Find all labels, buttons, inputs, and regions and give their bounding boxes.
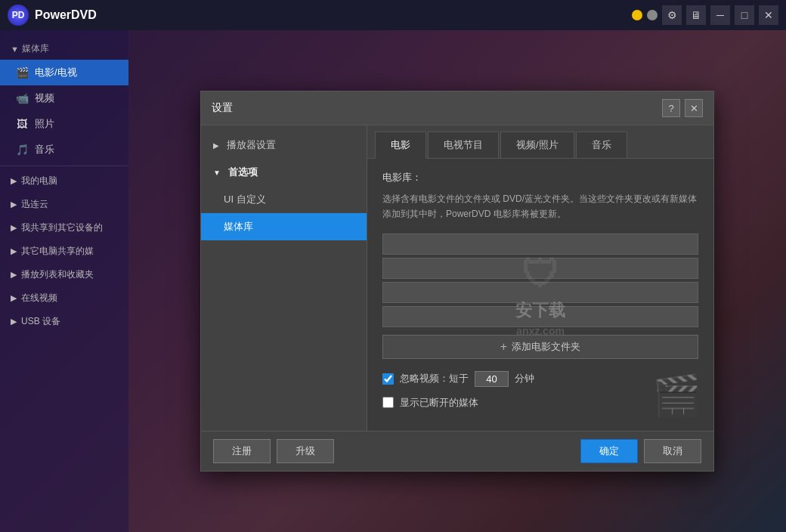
nav-preferences-label: 首选项	[228, 165, 258, 179]
sidebar-item-video-label: 视频	[35, 91, 54, 105]
sidebar-item-usb-label: USB 设备	[21, 315, 60, 328]
nav-item-preferences: ▼ 首选项	[201, 159, 367, 186]
nav-item-player-settings[interactable]: ▶ 播放器设置	[201, 131, 367, 159]
close-button[interactable]: ✕	[759, 5, 778, 25]
settings-button[interactable]: ⚙	[662, 5, 682, 25]
chevron-right-icon-4: ▶	[11, 246, 17, 256]
content-tabs: 电影 电视节目 视频/照片 音乐	[367, 125, 713, 159]
ignore-video-input[interactable]	[475, 371, 509, 387]
ignore-video-checkbox[interactable]	[382, 373, 394, 385]
tab-movie[interactable]: 电影	[375, 131, 426, 159]
ignore-video-row: 忽略视频：短于 分钟	[382, 371, 698, 387]
titlebar-controls: ⚙ 🖥 ─ □ ✕	[632, 5, 778, 25]
content-section-title: 电影库：	[382, 171, 698, 184]
sidebar: ▼ 媒体库 🎬 电影/电视 📹 视频 🖼 照片 🎵 音乐 ▶	[0, 30, 128, 532]
content-area: 🛡 安下载 anxz.com 电影库： 选择含有电影文件的文件夹或 DVD/蓝光…	[367, 159, 713, 430]
sidebar-item-movie[interactable]: 🎬 电影/电视	[0, 60, 128, 85]
add-folder-label: 添加电影文件夹	[512, 340, 580, 354]
photo-icon: 🖼	[15, 118, 29, 130]
music-icon: 🎵	[15, 144, 29, 156]
dialog-close-button[interactable]: ✕	[685, 99, 703, 117]
sidebar-item-shared-to-label: 我共享到其它设备的	[21, 221, 103, 234]
sidebar-item-music[interactable]: 🎵 音乐	[0, 137, 128, 162]
folder-item-3[interactable]	[382, 282, 698, 303]
sidebar-item-usb[interactable]: ▶ USB 设备	[0, 310, 128, 333]
sidebar-item-movie-label: 电影/电视	[35, 66, 77, 79]
upgrade-button[interactable]: 升级	[277, 439, 334, 463]
sidebar-divider	[0, 165, 128, 166]
sidebar-item-cloud[interactable]: ▶ 迅连云	[0, 193, 128, 216]
dialog-title: 设置	[212, 101, 233, 115]
show-disconnected-row: 显示已断开的媒体	[382, 396, 698, 410]
sidebar-item-cloud-label: 迅连云	[21, 198, 48, 211]
nav-player-settings-label: 播放器设置	[227, 138, 276, 152]
nav-item-ui-custom[interactable]: UI 自定义	[201, 186, 367, 213]
dialog-footer: 注册 升级 确定 取消	[201, 431, 713, 471]
title-bar: PD PowerDVD ⚙ 🖥 ─ □ ✕	[0, 0, 786, 30]
app-title: PowerDVD	[35, 8, 97, 22]
sidebar-item-photo-label: 照片	[35, 117, 54, 131]
sidebar-item-playlist-label: 播放列表和收藏夹	[21, 268, 94, 281]
add-folder-button[interactable]: + 添加电影文件夹	[382, 335, 698, 359]
app-body: ▼ 媒体库 🎬 电影/电视 📹 视频 🖼 照片 🎵 音乐 ▶	[0, 30, 786, 532]
footer-right: 确定 取消	[580, 439, 701, 463]
sidebar-section-media[interactable]: ▼ 媒体库	[0, 38, 128, 60]
app-logo: PD PowerDVD	[8, 5, 97, 26]
dialog-title-bar: 设置 ? ✕	[201, 91, 713, 125]
sidebar-item-shared-from-label: 其它电脑共享的媒	[21, 245, 94, 258]
logo-icon: PD	[8, 5, 29, 26]
modal-overlay: 设置 ? ✕ ▶ 播放器设置	[128, 30, 786, 532]
chevron-right-icon-7: ▶	[11, 317, 17, 326]
maximize-button[interactable]: □	[735, 5, 754, 25]
folder-item-2[interactable]	[382, 258, 698, 279]
folder-item-1[interactable]	[382, 234, 698, 255]
chevron-down-icon: ▼	[11, 45, 19, 54]
sidebar-item-mypc[interactable]: ▶ 我的电脑	[0, 169, 128, 193]
dialog-nav: ▶ 播放器设置 ▼ 首选项 UI 自定义 媒体库	[201, 125, 367, 430]
sidebar-item-online[interactable]: ▶ 在线视频	[0, 286, 128, 310]
sidebar-item-playlist[interactable]: ▶ 播放列表和收藏夹	[0, 263, 128, 286]
nav-media-library-label: 媒体库	[224, 220, 253, 234]
folder-list	[382, 234, 698, 327]
chevron-right-icon-5: ▶	[11, 270, 17, 280]
nav-item-media-library[interactable]: 媒体库	[201, 213, 367, 240]
monitor-button[interactable]: 🖥	[686, 5, 706, 25]
video-icon: 📹	[15, 92, 29, 104]
ok-button[interactable]: 确定	[580, 439, 638, 463]
ignore-video-unit: 分钟	[515, 372, 534, 385]
content-description: 选择含有电影文件的文件夹或 DVD/蓝光文件夹。当这些文件夹更改或有新媒体添加到…	[382, 192, 698, 221]
minimize-button[interactable]: ─	[710, 5, 730, 25]
sidebar-item-shared-from[interactable]: ▶ 其它电脑共享的媒	[0, 240, 128, 263]
sidebar-item-online-label: 在线视频	[21, 292, 57, 305]
ignore-video-label: 忽略视频：短于	[400, 372, 469, 385]
sidebar-item-photo[interactable]: 🖼 照片	[0, 111, 128, 137]
sidebar-item-music-label: 音乐	[35, 143, 54, 156]
status-dot-yellow	[632, 10, 642, 20]
tab-tv[interactable]: 电视节目	[428, 131, 499, 158]
sidebar-item-shared-to[interactable]: ▶ 我共享到其它设备的	[0, 216, 128, 240]
cancel-button[interactable]: 取消	[644, 439, 701, 463]
chevron-right-icon-6: ▶	[11, 293, 17, 303]
footer-left: 注册 升级	[213, 439, 334, 463]
dialog-body: ▶ 播放器设置 ▼ 首选项 UI 自定义 媒体库	[201, 125, 713, 430]
folder-item-4[interactable]	[382, 306, 698, 327]
tab-video-photo[interactable]: 视频/照片	[500, 131, 574, 158]
movie-icon: 🎬	[15, 66, 29, 79]
main-content: 设置 ? ✕ ▶ 播放器设置	[128, 30, 786, 532]
main-window: PD PowerDVD ⚙ 🖥 ─ □ ✕ ▼ 媒体库 🎬 电影/电视	[0, 0, 786, 532]
status-dot-gray	[647, 10, 658, 20]
nav-ui-custom-label: UI 自定义	[224, 193, 266, 206]
register-button[interactable]: 注册	[213, 439, 271, 463]
chevron-right-icon-2: ▶	[11, 200, 17, 209]
sidebar-item-video[interactable]: 📹 视频	[0, 85, 128, 111]
show-disconnected-checkbox[interactable]	[382, 397, 394, 408]
tab-music[interactable]: 音乐	[576, 131, 627, 158]
dialog-help-button[interactable]: ?	[662, 99, 680, 117]
chevron-right-icon-3: ▶	[11, 223, 17, 233]
settings-dialog: 设置 ? ✕ ▶ 播放器设置	[200, 91, 714, 471]
sidebar-section-label: 媒体库	[22, 42, 49, 55]
dialog-title-controls: ? ✕	[662, 99, 703, 117]
chevron-right-icon: ▶	[11, 176, 17, 186]
sidebar-item-mypc-label: 我的电脑	[21, 175, 57, 187]
chevron-right-icon-nav: ▶	[213, 141, 219, 150]
